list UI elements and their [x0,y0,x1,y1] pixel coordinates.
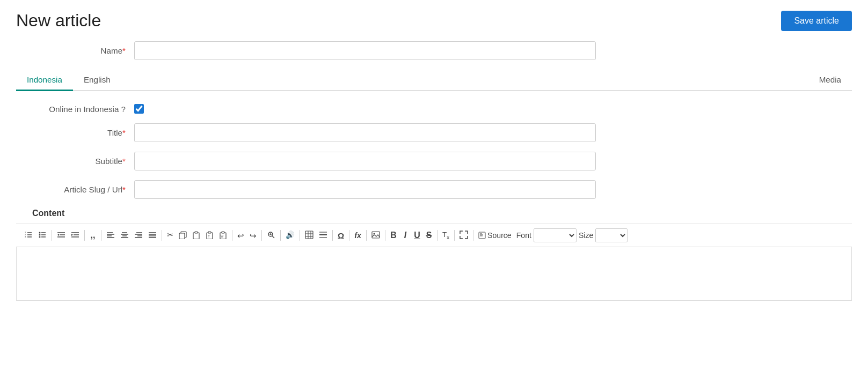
svg-rect-38 [193,233,199,239]
content-heading: Content [16,209,852,218]
subtitle-row: Subtitle* [16,152,852,170]
svg-rect-60 [479,232,485,239]
hr-button[interactable] [316,228,330,242]
svg-rect-50 [305,231,313,239]
size-label: Size [577,231,595,240]
indent-less-button[interactable] [54,228,68,242]
bold-button[interactable]: B [388,229,399,242]
sep4 [162,230,162,241]
online-checkbox[interactable] [134,104,144,114]
cut-button[interactable]: ✂ [164,229,176,241]
name-input[interactable] [134,41,596,60]
title-required-star: * [122,128,126,137]
paste-text-button[interactable]: T [203,229,216,242]
font-select[interactable] [534,228,577,242]
paste-word-button[interactable]: W [216,229,230,242]
align-justify-button[interactable] [145,228,159,242]
page-container: New article Save article Name* Indonesia… [0,0,868,386]
online-row: Online in Indonesia ? [16,104,852,114]
copy-button[interactable] [176,229,189,242]
font-label: Font [514,231,534,240]
blockquote-button[interactable]: ,, [87,229,99,242]
sep6 [261,230,262,241]
svg-rect-44 [222,232,224,233]
italic-button[interactable]: I [399,229,411,242]
sep12 [385,230,385,241]
special-char-button[interactable]: Ω [335,229,347,242]
source-button[interactable]: Source [476,229,514,241]
tabs-bar: Indonesia English Media [16,70,852,91]
align-center-button[interactable] [118,228,132,242]
sep11 [366,230,367,241]
table-button[interactable] [302,228,316,242]
source-label: Source [487,232,512,239]
tab-english[interactable]: English [73,70,121,91]
size-select[interactable] [595,228,628,242]
svg-text:3: 3 [25,235,26,238]
formula-button[interactable]: fx [352,229,364,241]
tab-indonesia[interactable]: Indonesia [16,70,73,91]
sep5 [232,230,232,241]
remove-format-button[interactable]: Tx [440,229,452,242]
sep10 [349,230,349,241]
redo-button[interactable]: ↪ [247,229,259,242]
sep3 [101,230,101,241]
name-label: Name* [16,46,134,55]
sep9 [332,230,333,241]
svg-marker-19 [71,234,73,236]
find-replace-button[interactable] [264,228,278,242]
svg-text:W: W [221,235,224,238]
title-row: Title* [16,123,852,142]
sep14 [454,230,455,241]
svg-point-59 [373,233,375,235]
svg-rect-39 [195,232,198,233]
svg-point-7 [39,234,41,236]
subtitle-label: Subtitle* [16,157,134,166]
strikethrough-button[interactable]: S [423,229,435,242]
tab-media[interactable]: Media [808,70,852,91]
svg-rect-58 [372,232,380,238]
maximize-button[interactable] [457,228,471,242]
svg-rect-41 [208,232,211,233]
ordered-list-button[interactable]: 123 [21,228,35,242]
media-button[interactable]: 🔊 [283,229,297,241]
slug-required-star: * [122,185,126,194]
subtitle-input[interactable] [134,152,596,170]
slug-input[interactable] [134,180,596,199]
sep15 [473,230,473,241]
save-article-button[interactable]: Save article [781,11,852,31]
sep1 [52,230,52,241]
editor-toolbar: 123 ,, [16,224,852,247]
undo-button[interactable]: ↩ [235,229,247,242]
paste-button[interactable] [189,229,203,242]
image-button[interactable] [369,228,383,242]
title-label: Title* [16,128,134,137]
content-section: Content 123 ,, [16,209,852,301]
align-right-button[interactable] [132,228,145,242]
svg-rect-37 [179,233,185,239]
page-title: New article [16,11,852,31]
name-row: Name* [16,41,852,60]
unordered-list-button[interactable] [35,228,49,242]
subtitle-required-star: * [122,157,126,166]
slug-label: Article Slug / Url* [16,185,134,194]
svg-line-47 [272,236,274,238]
slug-row: Article Slug / Url* [16,180,852,199]
name-required-star: * [122,46,126,55]
title-input[interactable] [134,123,596,142]
indent-more-button[interactable] [68,228,82,242]
svg-point-6 [39,232,41,234]
svg-point-8 [39,236,41,238]
svg-marker-15 [57,234,59,236]
underline-button[interactable]: U [411,229,423,242]
online-label: Online in Indonesia ? [16,105,134,114]
sep7 [280,230,281,241]
sep8 [300,230,300,241]
sep13 [437,230,437,241]
align-left-button[interactable] [104,228,118,242]
sep2 [84,230,85,241]
editor-content-area[interactable] [16,247,852,301]
svg-text:T: T [208,235,210,238]
